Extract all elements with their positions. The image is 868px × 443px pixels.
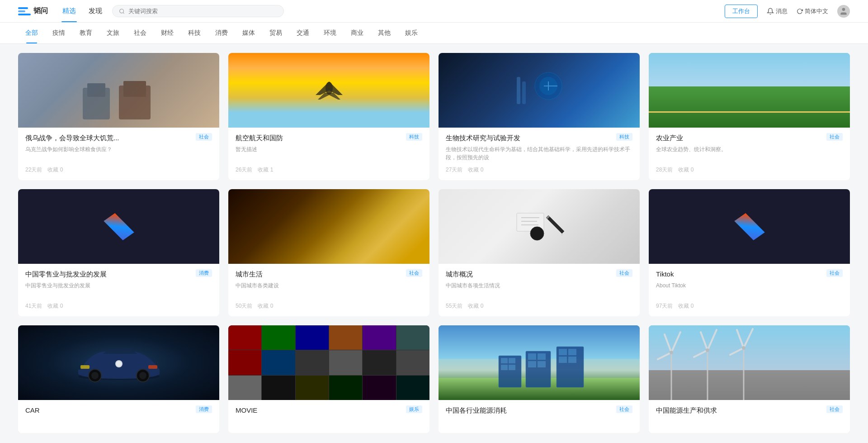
svg-line-46 <box>658 352 671 359</box>
card-title-row-8: CAR 消费 <box>25 405 212 415</box>
card-desc-6: 中国城市各项生活情况 <box>446 281 632 298</box>
card-item-5[interactable]: 城市生活 社会 中国城市各类建设 50天前 收藏 0 <box>228 189 429 316</box>
logo[interactable]: 韬问 <box>18 5 48 18</box>
card-tag-5: 社会 <box>406 269 422 277</box>
category-item-9[interactable]: 贸易 <box>262 23 289 43</box>
card-time-4: 41天前 <box>25 302 42 310</box>
card-item-11[interactable]: 中国能源生产和供求 社会 <box>649 325 850 433</box>
card-tag-7: 社会 <box>826 269 843 277</box>
main-content: 俄乌战争，会导致全球大饥荒... 社会 乌克兰战争如何影响全球粮食供应？ 22天… <box>0 44 868 442</box>
logo-bar-2 <box>18 10 25 12</box>
svg-rect-34 <box>528 353 536 360</box>
card-tag-2: 科技 <box>616 133 632 141</box>
category-item-5[interactable]: 财经 <box>154 23 181 43</box>
svg-line-55 <box>744 329 753 348</box>
card-item-9[interactable]: MOVIE 娱乐 <box>228 325 429 433</box>
category-item-10[interactable]: 交通 <box>289 23 316 43</box>
user-icon <box>839 7 848 16</box>
card-body-2: 生物技术研究与试验开发 科技 生物技术以现代生命科学为基础，结合其他基础科学，采… <box>439 128 640 180</box>
card-image-5 <box>228 189 429 264</box>
card-grid: 俄乌战争，会导致全球大饥荒... 社会 乌克兰战争如何影响全球粮食供应？ 22天… <box>18 53 850 433</box>
card-meta-4: 41天前 收藏 0 <box>25 302 212 310</box>
messages-action[interactable]: 消息 <box>767 7 788 15</box>
card-title-row-10: 中国各行业能源消耗 社会 <box>446 405 632 415</box>
card-tag-0: 社会 <box>196 133 212 141</box>
svg-line-45 <box>671 332 680 352</box>
card-item-10[interactable]: 中国各行业能源消耗 社会 <box>439 325 640 433</box>
card-title-1: 航空航天和国防 <box>236 133 402 143</box>
header-right: 工作台 消息 简体中文 <box>725 5 850 18</box>
card-body-9: MOVIE 娱乐 <box>228 400 429 433</box>
card-title-row-9: MOVIE 娱乐 <box>236 405 422 415</box>
svg-rect-27 <box>148 365 157 369</box>
card-body-7: Tiktok 社会 About Tiktok 97天前 收藏 0 <box>649 264 850 316</box>
card-time-3: 28天前 <box>656 166 673 174</box>
card-body-5: 城市生活 社会 中国城市各类建设 50天前 收藏 0 <box>228 264 429 316</box>
card-item-1[interactable]: 航空航天和国防 科技 暂无描述 26天前 收藏 1 <box>228 53 429 180</box>
card-desc-7: About Tiktok <box>656 281 843 298</box>
card-item-7[interactable]: Tiktok 社会 About Tiktok 97天前 收藏 0 <box>649 189 850 316</box>
card-title-3: 农业产业 <box>656 133 823 143</box>
card-tag-8: 消费 <box>196 405 212 413</box>
language-action[interactable]: 简体中文 <box>797 7 828 15</box>
logo-text: 韬问 <box>33 6 48 16</box>
category-item-1[interactable]: 疫情 <box>45 23 72 43</box>
card-favorites-3: 收藏 0 <box>678 166 693 174</box>
category-nav: 全部疫情教育文旅社会财经科技消费媒体贸易交通环境商业其他娱乐 <box>0 23 868 44</box>
category-item-8[interactable]: 媒体 <box>235 23 262 43</box>
svg-rect-6 <box>123 81 146 97</box>
card-image-9 <box>228 325 429 400</box>
workbench-button[interactable]: 工作台 <box>725 5 758 18</box>
card-image-6 <box>439 189 640 264</box>
card-item-8[interactable]: CAR 消费 <box>18 325 219 433</box>
category-item-7[interactable]: 消费 <box>208 23 235 43</box>
card-meta-5: 50天前 收藏 0 <box>236 302 422 310</box>
category-item-4[interactable]: 社会 <box>127 23 154 43</box>
nav-tab-faxian[interactable]: 发现 <box>88 0 103 22</box>
category-item-0[interactable]: 全部 <box>18 23 45 43</box>
svg-rect-40 <box>559 357 567 363</box>
card-image-4 <box>18 189 219 264</box>
category-item-3[interactable]: 文旅 <box>99 23 127 43</box>
svg-rect-10 <box>517 77 520 104</box>
card-body-1: 航空航天和国防 科技 暂无描述 26天前 收藏 1 <box>228 128 429 180</box>
card-item-4[interactable]: 中国零售业与批发业的发展 消费 中国零售业与批发业的发展 41天前 收藏 0 <box>18 189 219 316</box>
avatar[interactable] <box>837 5 850 18</box>
card-title-6: 城市概况 <box>446 269 613 279</box>
card-favorites-5: 收藏 0 <box>258 302 273 310</box>
category-item-14[interactable]: 娱乐 <box>398 23 425 43</box>
card-desc-3: 全球农业趋势、统计和洞察。 <box>656 145 843 162</box>
category-item-2[interactable]: 教育 <box>72 23 99 43</box>
category-item-6[interactable]: 科技 <box>181 23 208 43</box>
card-meta-0: 22天前 收藏 0 <box>25 166 212 174</box>
search-input[interactable] <box>128 8 277 14</box>
search-bar[interactable] <box>112 5 284 17</box>
svg-line-54 <box>737 330 744 348</box>
category-item-12[interactable]: 商业 <box>344 23 371 43</box>
card-tag-11: 社会 <box>826 405 843 413</box>
category-item-11[interactable]: 环境 <box>316 23 344 43</box>
card-body-0: 俄乌战争，会导致全球大饥荒... 社会 乌克兰战争如何影响全球粮食供应？ 22天… <box>18 128 219 180</box>
card-title-11: 中国能源生产和供求 <box>656 405 823 415</box>
card-item-2[interactable]: 生物技术研究与试验开发 科技 生物技术以现代生命科学为基础，结合其他基础科学，采… <box>439 53 640 180</box>
nav-tab-jingxuan[interactable]: 精选 <box>61 0 77 22</box>
card-body-10: 中国各行业能源消耗 社会 <box>439 400 640 433</box>
card-image-2 <box>439 53 640 128</box>
svg-line-56 <box>730 348 744 355</box>
card-title-row-11: 中国能源生产和供求 社会 <box>656 405 843 415</box>
card-favorites-1: 收藏 1 <box>258 166 273 174</box>
card-item-6[interactable]: 城市概况 社会 中国城市各项生活情况 55天前 收藏 0 <box>439 189 640 316</box>
svg-point-52 <box>706 348 709 352</box>
logo-bar-3 <box>18 14 31 15</box>
card-meta-6: 55天前 收藏 0 <box>446 302 632 310</box>
svg-rect-39 <box>559 349 567 355</box>
svg-point-2 <box>842 8 845 11</box>
search-icon <box>119 8 125 14</box>
messages-label: 消息 <box>776 7 788 15</box>
card-item-3[interactable]: 农业产业 社会 全球农业趋势、统计和洞察。 28天前 收藏 0 <box>649 53 850 180</box>
card-time-1: 26天前 <box>236 166 252 174</box>
category-item-13[interactable]: 其他 <box>371 23 398 43</box>
card-item-0[interactable]: 俄乌战争，会导致全球大饥荒... 社会 乌克兰战争如何影响全球粮食供应？ 22天… <box>18 53 219 180</box>
card-title-row-7: Tiktok 社会 <box>656 269 843 279</box>
card-tag-6: 社会 <box>616 269 632 277</box>
